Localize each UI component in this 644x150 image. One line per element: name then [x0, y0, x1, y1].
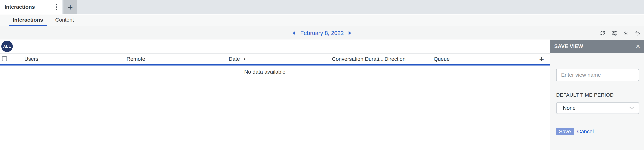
- download-icon[interactable]: [623, 30, 629, 36]
- select-all-checkbox[interactable]: [2, 56, 7, 61]
- top-bar: Interactions +: [0, 0, 644, 14]
- current-date-label[interactable]: February 8, 2022: [300, 30, 344, 36]
- column-header-remote[interactable]: Remote: [126, 54, 145, 64]
- sort-ascending-icon: ▲: [243, 57, 246, 61]
- cancel-button[interactable]: Cancel: [577, 128, 594, 135]
- tab-content[interactable]: Content: [52, 15, 78, 26]
- tab-interactions[interactable]: Interactions: [9, 15, 47, 26]
- default-time-period-label: DEFAULT TIME PERIOD: [556, 92, 614, 98]
- empty-table-message: No data available: [0, 69, 530, 75]
- save-button[interactable]: Save: [556, 128, 574, 135]
- toolbar-icon-group: [600, 26, 641, 40]
- kebab-menu-icon[interactable]: [55, 3, 58, 11]
- refresh-icon[interactable]: [600, 30, 606, 36]
- filter-settings-icon[interactable]: [611, 30, 618, 36]
- table-header-row: Users Remote Date ▲ Conversation Durati.…: [0, 54, 550, 66]
- column-header-queue[interactable]: Queue: [434, 54, 450, 64]
- workspace-tab-interactions[interactable]: Interactions: [0, 0, 62, 14]
- add-column-button[interactable]: +: [539, 54, 544, 64]
- add-workspace-button[interactable]: +: [64, 0, 77, 14]
- column-header-users[interactable]: Users: [24, 54, 38, 64]
- column-header-conversation-duration[interactable]: Conversation Durati...: [332, 54, 384, 64]
- close-icon[interactable]: ✕: [636, 44, 640, 49]
- view-name-input[interactable]: [556, 69, 639, 81]
- date-navigation: February 8, 2022: [293, 26, 351, 40]
- undo-icon[interactable]: [634, 30, 641, 36]
- next-day-icon[interactable]: [349, 31, 351, 35]
- chevron-down-icon: [629, 106, 634, 110]
- view-tabs: Interactions Content: [0, 15, 644, 26]
- previous-day-icon[interactable]: [293, 31, 295, 35]
- column-header-date[interactable]: Date ▲: [229, 54, 246, 64]
- default-time-period-select[interactable]: None: [556, 102, 639, 114]
- column-header-direction[interactable]: Direction: [384, 54, 406, 64]
- panel-title: SAVE VIEW: [554, 44, 636, 49]
- all-filter-badge[interactable]: ALL: [1, 41, 13, 52]
- save-view-panel-header: SAVE VIEW ✕: [550, 40, 644, 53]
- date-toolbar: February 8, 2022: [0, 26, 644, 40]
- interactions-table: ALL Users Remote Date ▲ Conversation Dur…: [0, 40, 550, 150]
- workspace-tab-label: Interactions: [4, 4, 55, 10]
- selected-time-period: None: [563, 105, 629, 111]
- save-view-panel: SAVE VIEW ✕ DEFAULT TIME PERIOD None Sav…: [550, 40, 644, 150]
